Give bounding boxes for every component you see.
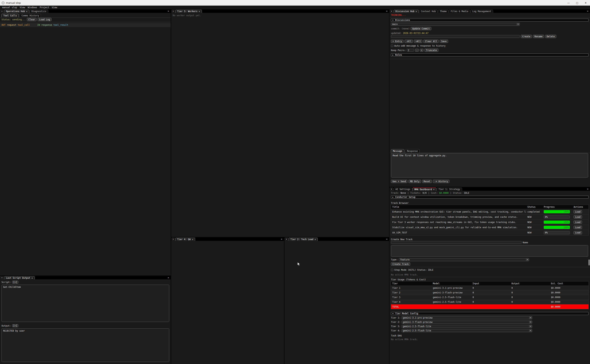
tab-files-media[interactable]: Files & Media [449,10,470,13]
keep-pairs-minus-button[interactable]: - [415,49,419,52]
script-textarea[interactable]: Get-ChildItem [1,285,169,322]
tab-close-icon[interactable]: ✕ [26,10,27,13]
panel-menu-icon[interactable]: ▼ [390,10,393,13]
message-textarea[interactable]: Read the first 10 lines of aggregate.py. [391,153,588,177]
tickets-value: 0/0 [422,192,427,194]
scrollbar-thumb[interactable] [589,260,590,266]
track-row[interactable]: UX_SIM_TEST NEW 0% Load [391,230,589,235]
panel-close-icon[interactable]: ✕ [281,238,282,240]
track-row[interactable]: Stabilize visual_sim_mma_v2.py and mock_… [391,225,589,230]
panel-menu-icon[interactable]: ▼ [0,276,4,279]
track-type-select[interactable]: feature ▼ [399,258,529,261]
menu-item-view[interactable]: View [18,6,26,9]
truncate-button[interactable]: Truncate [425,49,438,52]
panel-close-icon[interactable]: ✕ [386,238,387,240]
create-track-button[interactable]: Create Track [391,262,410,266]
keep-pairs-input[interactable]: 2 [407,49,414,52]
tab-operations-hub[interactable]: Operations Hub ✕ [4,10,29,13]
track-row[interactable]: Fix Tier 3 worker responses not reaching… [391,220,589,225]
panel-menu-icon[interactable]: ▼ [172,238,175,241]
clear-button[interactable]: Clear [27,18,37,21]
menu-item-manual-slop[interactable]: manual slop [1,6,18,9]
output-expand-button[interactable]: [+] [12,324,19,327]
tab-last-script-output[interactable]: Last Script Output ✕ [4,276,35,280]
tab-tool-calls[interactable]: Tool Calls [1,14,19,17]
step-mode-checkbox[interactable] [391,269,393,271]
tab-response[interactable]: Response [405,149,420,153]
discussion-select[interactable]: main ▼ [391,23,520,26]
delete-button[interactable]: Delete [545,35,556,38]
panel-close-icon[interactable]: ✕ [386,10,387,12]
save-button[interactable]: Save [440,40,448,43]
tab-discussion-hub[interactable]: Discussion Hub ✕ [394,10,419,13]
menu-item-project[interactable]: Project [38,6,51,9]
minimize-button[interactable]: — [564,0,573,6]
conductor-setup-header[interactable]: ▶ Conductor Setup [391,195,589,199]
load-button[interactable]: Load [574,215,582,219]
load-log-button[interactable]: Load Log [38,18,52,21]
tier1-model-select[interactable]: gemini-3.1-pro-preview ▼ [402,316,532,319]
tab-diagnostics[interactable]: Diagnostics [30,10,48,13]
tab-message[interactable]: Message [391,149,404,153]
load-button[interactable]: Load [574,231,582,234]
panel-close-icon[interactable]: ✕ [587,10,588,12]
clear-all-button[interactable]: Clear All [423,40,439,43]
tool-call-log-row[interactable]: OUT request tool_call IN response tool_r… [0,23,171,27]
tier4-model-select[interactable]: gemini-2.5-flash-lite ▼ [402,329,532,332]
load-button[interactable]: Load [574,210,582,213]
tab-theme[interactable]: Theme [438,10,449,13]
panel-menu-icon[interactable]: ▼ [390,188,393,191]
expand-all-button[interactable]: +All [414,40,422,43]
gen-send-button[interactable]: Gen + Send [391,180,407,183]
tab-close-icon[interactable]: ✕ [192,238,193,241]
tab-close-icon[interactable]: ✕ [433,188,435,191]
rename-button[interactable]: Rename [533,35,544,38]
reset-button[interactable]: Reset [422,180,432,183]
panel-close-icon[interactable]: ✕ [168,276,169,279]
tab-close-icon[interactable]: ✕ [315,238,316,241]
tab-context-hub[interactable]: Context Hub [419,10,438,13]
tab-close-icon[interactable]: ✕ [199,10,200,13]
track-name-input[interactable] [391,241,522,244]
output-textarea[interactable]: REJECTED by user [1,328,169,362]
script-expand-button[interactable]: [+] [12,281,19,284]
auto-add-checkbox[interactable] [391,45,393,47]
tab-tier1-strategy[interactable]: Tier 1: Strategy [437,188,462,191]
panel-close-icon[interactable]: ✕ [587,188,588,190]
tier-model-config-header[interactable]: ▼ Tier Model Config [391,312,589,315]
create-button[interactable]: Create [521,35,532,38]
tier2-model-select[interactable]: gemini-3-flash-preview ▼ [402,321,532,324]
load-button[interactable]: Load [574,226,582,229]
to-history-button[interactable]: -> History [433,180,449,183]
tab-log-management[interactable]: Log Management [470,10,493,13]
tab-tier4-qa[interactable]: Tier 4: QA ✕ [175,238,195,241]
keep-pairs-plus-button[interactable]: + [420,49,423,52]
panel-menu-icon[interactable]: ▼ [285,238,288,241]
discussion-name-input[interactable] [391,35,520,38]
discussions-section-header[interactable]: ▼ Discussions [391,19,589,22]
menu-item-windows[interactable]: Windows [26,6,38,9]
track-row[interactable]: Enhance existing MMA orchestration GUI: … [391,209,589,214]
add-entry-button[interactable]: + Entry [391,40,403,43]
track-description-textarea[interactable] [391,245,588,257]
update-commit-button[interactable]: Update Commit [411,27,431,30]
md-only-button[interactable]: MD Only [409,180,421,183]
roles-section-header[interactable]: ▶ Roles [391,53,589,56]
close-button[interactable]: ✕ [581,0,590,6]
menu-item-view-2[interactable]: View [51,6,59,9]
tab-close-icon[interactable]: ✕ [32,277,33,279]
collapse-all-button[interactable]: -All [405,40,413,43]
tab-mma-dashboard[interactable]: MMA Dashboard ✕ [412,188,436,191]
track-row[interactable]: Build UI for context window utilization,… [391,214,589,220]
maximize-button[interactable]: ▢ [573,0,581,6]
tier3-model-select[interactable]: gemini-2.5-flash-lite ▼ [402,325,532,328]
panel-menu-icon[interactable]: ▼ [0,10,4,13]
tab-tier3-workers[interactable]: Tier 3: Workers ✕ [175,10,202,13]
tab-close-icon[interactable]: ✕ [416,10,417,13]
panel-close-icon[interactable]: ✕ [168,10,169,12]
panel-menu-icon[interactable]: ▼ [172,10,175,13]
load-button[interactable]: Load [574,221,582,224]
tab-ai-settings[interactable]: AI Settings [394,188,412,191]
tab-comms-history[interactable]: Comms History [20,14,41,17]
tab-tier2-tech-lead[interactable]: Tier 2: Tech Lead ✕ [288,238,318,241]
